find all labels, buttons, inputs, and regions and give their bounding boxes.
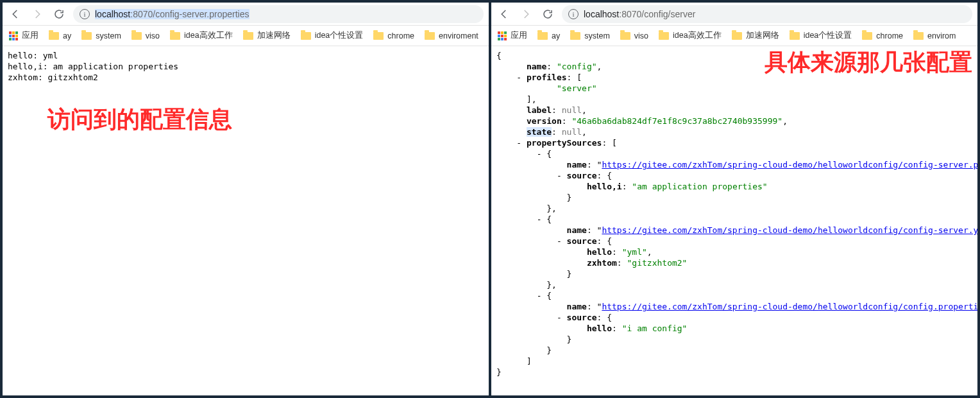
folder-icon bbox=[243, 32, 253, 40]
url-host: localhost bbox=[95, 9, 130, 19]
bookmark-folder[interactable]: envirom bbox=[913, 31, 956, 40]
reload-button[interactable] bbox=[540, 6, 555, 22]
bookmark-folder[interactable]: idea个性设置 bbox=[790, 30, 852, 41]
back-button[interactable] bbox=[496, 6, 512, 22]
folder-icon bbox=[620, 32, 630, 40]
page-content: hello: yml hello,i: am application prope… bbox=[3, 46, 489, 395]
toolbar: i localhost:8070/config-server.propertie… bbox=[3, 3, 489, 26]
folder-icon bbox=[659, 32, 669, 40]
bookmark-label: chrome bbox=[387, 31, 414, 40]
address-bar[interactable]: i localhost:8070/config/server bbox=[562, 5, 972, 23]
bookmark-label: enviroment bbox=[439, 31, 478, 40]
folder-icon bbox=[49, 32, 59, 40]
folder-icon bbox=[301, 32, 311, 40]
bookmark-label: 加速网络 bbox=[257, 30, 291, 41]
bookmark-folder[interactable]: enviroment bbox=[425, 31, 478, 40]
folder-icon bbox=[81, 32, 92, 40]
bookmark-folder[interactable]: idea个性设置 bbox=[301, 30, 364, 41]
properties-output: hello: yml hello,i: am application prope… bbox=[8, 50, 484, 83]
bookmark-label: idea高效工作 bbox=[184, 30, 233, 41]
collapse-toggle[interactable]: - bbox=[537, 149, 547, 159]
bookmark-folder[interactable]: system bbox=[570, 31, 610, 40]
arrow-right-icon bbox=[31, 8, 43, 20]
folder-icon bbox=[732, 32, 742, 40]
browser-window-left: i localhost:8070/config-server.propertie… bbox=[3, 3, 489, 395]
url-link[interactable]: https://gitee.com/zxhTom/spring-cloud-de… bbox=[602, 225, 977, 235]
collapse-toggle[interactable]: - bbox=[537, 214, 547, 224]
bookmark-label: envirom bbox=[927, 31, 956, 40]
bookmark-folder[interactable]: ay bbox=[537, 31, 560, 40]
collapse-toggle[interactable]: - bbox=[557, 313, 567, 322]
bookmark-label: idea个性设置 bbox=[804, 30, 852, 41]
folder-icon bbox=[131, 32, 142, 40]
bookmark-label: ay bbox=[552, 31, 560, 40]
bookmark-label: viso bbox=[634, 31, 648, 40]
bookmark-folder[interactable]: chrome bbox=[373, 31, 414, 40]
bookmark-folder[interactable]: viso bbox=[620, 31, 648, 40]
forward-button[interactable] bbox=[518, 6, 534, 22]
url-host: localhost bbox=[584, 9, 619, 19]
reload-button[interactable] bbox=[51, 6, 67, 22]
url-link[interactable]: https://gitee.com/zxhTom/spring-cloud-de… bbox=[602, 160, 977, 169]
collapse-toggle[interactable]: - bbox=[516, 73, 527, 82]
collapse-toggle[interactable]: - bbox=[557, 236, 567, 246]
page-content: { name: "config", - profiles: [ "server"… bbox=[491, 46, 977, 395]
apps-shortcut[interactable]: 应用 bbox=[9, 30, 38, 41]
bookmark-label: idea个性设置 bbox=[315, 30, 364, 41]
url-port: :8070 bbox=[130, 9, 153, 19]
bookmark-folder[interactable]: idea高效工作 bbox=[170, 30, 233, 41]
url-port: :8070 bbox=[619, 9, 641, 19]
json-output: { name: "config", - profiles: [ "server"… bbox=[496, 50, 972, 377]
apps-label: 应用 bbox=[22, 30, 38, 41]
url-link[interactable]: https://gitee.com/zxhTom/spring-cloud-de… bbox=[602, 302, 977, 311]
apps-icon bbox=[498, 31, 507, 40]
folder-icon bbox=[170, 32, 180, 40]
folder-icon bbox=[790, 32, 800, 40]
collapse-toggle[interactable]: - bbox=[557, 171, 567, 180]
bookmark-label: system bbox=[584, 31, 610, 40]
arrow-left-icon bbox=[10, 8, 21, 20]
bookmark-label: viso bbox=[146, 31, 160, 40]
folder-icon bbox=[862, 32, 872, 40]
apps-shortcut[interactable]: 应用 bbox=[498, 30, 527, 41]
bookmarks-bar: 应用aysystemvisoidea高效工作加速网络idea个性设置chrome… bbox=[3, 26, 489, 46]
bookmark-folder[interactable]: viso bbox=[131, 31, 160, 40]
folder-icon bbox=[570, 32, 580, 40]
bookmark-label: ay bbox=[63, 31, 71, 40]
bookmark-folder[interactable]: 加速网络 bbox=[243, 30, 291, 41]
reload-icon bbox=[542, 8, 553, 20]
bookmark-label: system bbox=[96, 31, 121, 40]
bookmark-label: 加速网络 bbox=[746, 30, 779, 41]
collapse-toggle[interactable]: - bbox=[537, 291, 547, 300]
browser-window-right: i localhost:8070/config/server 应用aysyste… bbox=[491, 3, 977, 395]
bookmark-label: idea高效工作 bbox=[673, 30, 722, 41]
bookmark-folder[interactable]: system bbox=[81, 31, 121, 40]
address-bar[interactable]: i localhost:8070/config-server.propertie… bbox=[73, 5, 484, 23]
annotation-right: 具体来源那几张配置 bbox=[765, 56, 972, 67]
site-info-icon[interactable]: i bbox=[80, 9, 90, 19]
bookmark-folder[interactable]: chrome bbox=[862, 31, 903, 40]
apps-icon bbox=[9, 31, 18, 40]
bookmark-folder[interactable]: idea高效工作 bbox=[659, 30, 722, 41]
folder-icon bbox=[537, 32, 548, 40]
site-info-icon[interactable]: i bbox=[568, 9, 579, 19]
folder-icon bbox=[425, 32, 435, 40]
collapse-toggle[interactable]: - bbox=[516, 138, 527, 148]
apps-label: 应用 bbox=[511, 30, 527, 41]
folder-icon bbox=[913, 32, 924, 40]
bookmark-label: chrome bbox=[876, 31, 903, 40]
bookmarks-bar: 应用aysystemvisoidea高效工作加速网络idea个性设置chrome… bbox=[491, 26, 977, 46]
url-path: /config/server bbox=[641, 9, 695, 19]
url-path: /config-server.properties bbox=[153, 9, 249, 19]
bookmark-folder[interactable]: ay bbox=[49, 31, 71, 40]
reload-icon bbox=[53, 8, 65, 20]
forward-button[interactable] bbox=[30, 6, 45, 22]
arrow-left-icon bbox=[498, 8, 510, 20]
toolbar: i localhost:8070/config/server bbox=[491, 3, 977, 26]
arrow-right-icon bbox=[520, 8, 532, 20]
folder-icon bbox=[373, 32, 384, 40]
bookmark-folder[interactable]: 加速网络 bbox=[732, 30, 779, 41]
annotation-left: 访问到的配置信息 bbox=[47, 114, 232, 125]
back-button[interactable] bbox=[8, 6, 23, 22]
